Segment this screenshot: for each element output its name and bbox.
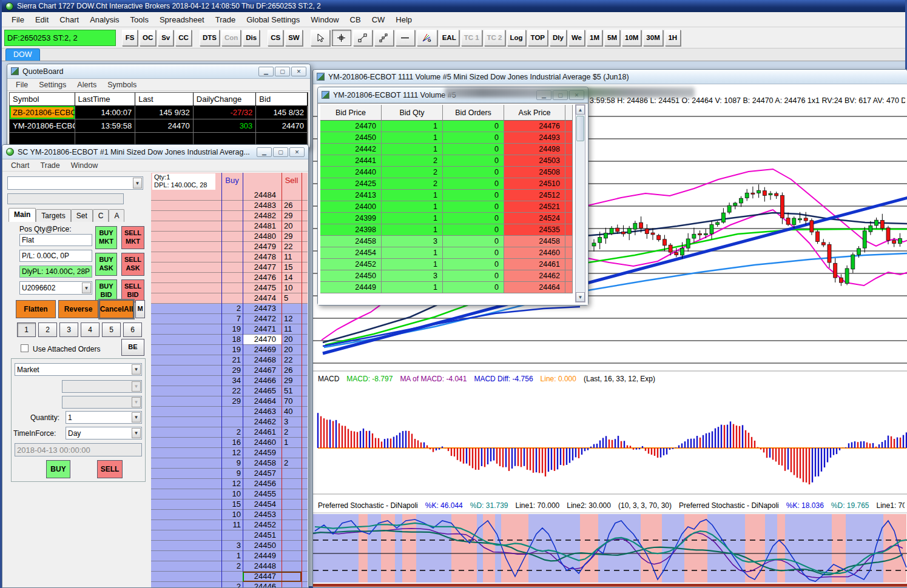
depth-bid-orders-cell[interactable]: 0	[443, 270, 504, 282]
trade-dom-window[interactable]: SC YM-201806-ECBOT #1 Mini Sized Dow Jon…	[2, 144, 309, 588]
ladder-sell-qty-cell[interactable]: 11	[282, 252, 302, 262]
maximize-icon[interactable]: ▢	[275, 67, 290, 76]
ladder-price-cell[interactable]: 24464	[243, 396, 282, 406]
ladder-sell-qty-cell[interactable]	[282, 304, 302, 313]
ladder-price-cell[interactable]: 24482	[243, 211, 282, 221]
ladder-price-cell[interactable]: 24452	[243, 520, 282, 530]
chevron-down-icon[interactable]: ▼	[82, 282, 91, 293]
menu-chart[interactable]: Chart	[55, 13, 84, 26]
ladder-buy-qty-cell[interactable]	[221, 273, 243, 282]
depth-bid-price-cell[interactable]: 24441	[320, 155, 382, 167]
depth-ask-price-cell[interactable]: 24464	[504, 282, 565, 293]
depth-bid-qty-cell[interactable]: 3	[382, 236, 443, 247]
depth-bid-orders-cell[interactable]: 0	[443, 132, 504, 144]
ladder-row[interactable]: 212446822	[151, 355, 308, 366]
ladder-price-cell[interactable]: 24454	[243, 499, 282, 509]
ladder-sell-qty-cell[interactable]	[282, 190, 302, 200]
depth-ask-price-cell[interactable]: 24524	[504, 213, 565, 224]
ladder-buy-qty-cell[interactable]: 12	[221, 448, 243, 458]
ladder-buy-qty-cell[interactable]: 29	[221, 396, 243, 406]
ladder-sell-qty-cell[interactable]	[282, 582, 302, 587]
depth-bid-orders-cell[interactable]: 0	[443, 190, 504, 201]
app-titlebar[interactable]: Sierra Chart 1727 DOW.Cht Interactive Br…	[2, 0, 905, 12]
ladder-sell-qty-cell[interactable]: 26	[282, 201, 302, 210]
quoteboard-titlebar[interactable]: QuoteBoard ▁ ▢ ✕	[7, 64, 310, 79]
market-depth-window[interactable]: YM-201806-ECBOT 1111 Volume #5 ▁ ▢ ✕ Bid…	[317, 87, 588, 306]
ladder-row[interactable]: 182447020	[151, 335, 308, 345]
trade-tab-set[interactable]: Set	[71, 209, 93, 222]
depth-column-header-ask-price[interactable]: Ask Price	[504, 105, 565, 121]
ladder-price-cell[interactable]: 24459	[243, 448, 282, 458]
menu-file[interactable]: File	[7, 13, 29, 26]
ladder-row[interactable]: 2448029	[151, 232, 308, 242]
ladder-row[interactable]: 16244601	[151, 438, 308, 448]
depth-bid-qty-cell[interactable]: 1	[382, 213, 443, 224]
depth-bid-orders-cell[interactable]: 0	[443, 178, 504, 190]
ladder-buy-qty-cell[interactable]: 2	[221, 427, 243, 437]
ladder-buy-qty-cell[interactable]	[221, 232, 243, 241]
quoteboard-menu-file[interactable]: File	[11, 79, 33, 90]
ladder-sell-qty-cell[interactable]	[282, 489, 302, 499]
quoteboard-menu-alerts[interactable]: Alerts	[72, 79, 101, 90]
sell-ask-button[interactable]: SELL ASK	[121, 253, 144, 276]
menu-global-settings[interactable]: Global Settings	[241, 13, 305, 26]
qty-preset-5-button[interactable]: 5	[102, 322, 121, 337]
ladder-sell-qty-cell[interactable]	[282, 510, 302, 520]
depth-bid-orders-cell[interactable]: 0	[443, 155, 504, 167]
ladder-buy-qty-cell[interactable]	[221, 211, 243, 221]
depth-bid-qty-cell[interactable]: 2	[382, 155, 443, 167]
ladder-buy-qty-cell[interactable]: 2	[221, 582, 243, 587]
ladder-row[interactable]: 2447510	[151, 283, 308, 293]
ladder-sell-qty-cell[interactable]	[282, 520, 302, 530]
trade-window-titlebar[interactable]: SC YM-201806-ECBOT #1 Mini Sized Dow Jon…	[2, 145, 308, 159]
menu-trade[interactable]: Trade	[211, 13, 240, 26]
quantity-combo[interactable]: 1 ▼	[66, 411, 142, 424]
ladder-buy-qty-cell[interactable]: 22	[221, 386, 243, 396]
ladder-buy-qty-cell[interactable]: 3	[221, 541, 243, 550]
toolbar-button-1m[interactable]: 1M	[587, 30, 602, 46]
depth-bid-price-cell[interactable]: 24425	[320, 178, 382, 190]
trade-menu-trade[interactable]: Trade	[36, 160, 65, 171]
ladder-buy-qty-cell[interactable]	[221, 221, 243, 231]
menu-cb[interactable]: CB	[345, 13, 366, 26]
value-cell[interactable]: 145 9/32	[135, 106, 194, 119]
ladder-buy-qty-cell[interactable]	[221, 572, 243, 581]
ladder-sell-qty-cell[interactable]	[282, 479, 302, 489]
ladder-row[interactable]: 224446	[151, 582, 308, 587]
ladder-price-cell[interactable]: 24457	[243, 469, 282, 478]
depth-bid-qty-cell[interactable]: 1	[382, 282, 443, 293]
be-button[interactable]: BE	[121, 339, 144, 356]
ladder-row[interactable]: 244623	[151, 417, 308, 427]
depth-column-header-bid-qty[interactable]: Bid Qty	[382, 105, 443, 121]
ladder-buy-qty-cell[interactable]: 7	[221, 314, 243, 324]
menu-edit[interactable]: Edit	[30, 13, 53, 26]
ladder-price-cell[interactable]: 24453	[243, 510, 282, 520]
depth-bid-orders-cell[interactable]: 0	[443, 213, 504, 224]
chevron-down-icon[interactable]: ▼	[132, 412, 141, 423]
ladder-price-cell[interactable]: 24448	[243, 561, 282, 571]
ladder-sell-qty-cell[interactable]: 22	[282, 355, 302, 365]
ladder-price-cell[interactable]: 24446	[243, 582, 282, 587]
depth-bid-price-cell[interactable]: 24458	[320, 236, 382, 247]
ladder-row[interactable]: 192446920	[151, 345, 308, 355]
depth-scrollbar[interactable]: ▲ ▼	[575, 104, 585, 302]
trade-menu-chart[interactable]: Chart	[6, 160, 35, 171]
toolbar-button-cs[interactable]: CS	[268, 30, 283, 46]
ray-tool-icon[interactable]	[374, 30, 394, 46]
ladder-price-cell[interactable]: 24461	[243, 427, 282, 437]
pl-field[interactable]: P/L: 0.00C, 0P	[19, 250, 92, 262]
ladder-row[interactable]: 2244612	[151, 427, 308, 438]
ladder-buy-qty-cell[interactable]: 12	[221, 479, 243, 489]
ladder-sell-qty-cell[interactable]: 29	[282, 232, 302, 241]
ladder-row[interactable]: 72447212	[151, 314, 308, 324]
ladder-row[interactable]: 342446629	[151, 376, 308, 386]
ladder-row[interactable]: 2447811	[151, 252, 308, 262]
depth-ask-price-cell[interactable]: 24493	[504, 132, 565, 144]
depth-ask-price-cell[interactable]: 24460	[504, 247, 565, 259]
ladder-row[interactable]: 1124452	[151, 520, 308, 530]
scroll-down-icon[interactable]: ▼	[576, 292, 585, 302]
ladder-price-cell[interactable]: 24455	[243, 489, 282, 499]
ladder-row[interactable]: 222446551	[151, 386, 308, 396]
ladder-sell-qty-cell[interactable]: 1	[282, 438, 302, 447]
menu-help[interactable]: Help	[391, 13, 417, 26]
